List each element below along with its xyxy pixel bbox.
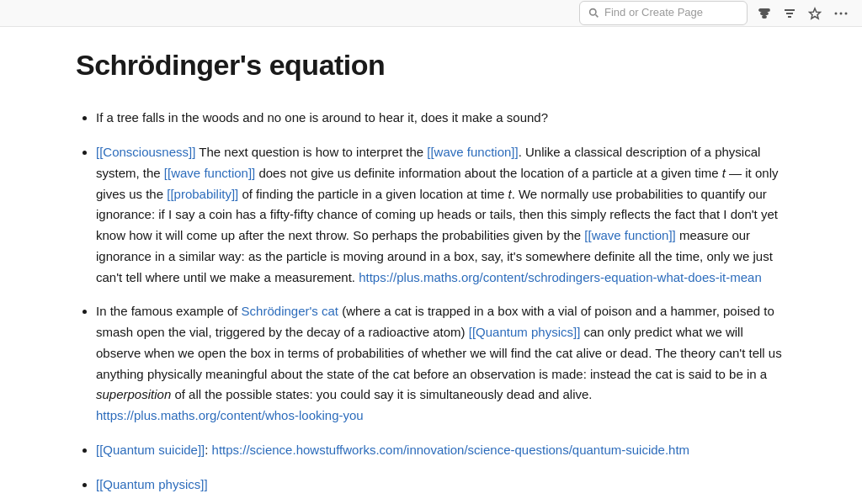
- item-text: In the famous example of: [96, 304, 242, 318]
- item-text: If a tree falls in the woods and no one …: [96, 110, 548, 125]
- ext-link-schrodingers-equation[interactable]: https://plus.maths.org/content/schroding…: [359, 270, 762, 284]
- sort-icon: [783, 7, 796, 20]
- svg-point-0: [590, 9, 596, 15]
- svg-point-7: [845, 12, 848, 14]
- content-list: If a tree falls in the woods and no one …: [76, 108, 786, 495]
- svg-rect-4: [763, 16, 766, 18]
- item-text: The next question is how to interpret th…: [195, 145, 427, 159]
- svg-point-6: [840, 12, 843, 14]
- ellipsis-icon: [833, 7, 849, 20]
- wiki-link-consciousness[interactable]: [[Consciousness]]: [96, 145, 195, 159]
- list-item: In the famous example of Schrödinger's c…: [96, 301, 786, 427]
- more-button[interactable]: [830, 5, 852, 22]
- wiki-link-wave-function-3[interactable]: [[wave function]]: [584, 228, 675, 242]
- ext-link-schrodingers-cat[interactable]: Schrödinger's cat: [242, 304, 338, 318]
- search-box[interactable]: Find or Create Page: [579, 1, 748, 25]
- ext-link-quantum-suicide[interactable]: https://science.howstuffworks.com/innova…: [212, 443, 690, 457]
- ext-link-whos-looking[interactable]: https://plus.maths.org/content/whos-look…: [96, 408, 364, 422]
- svg-rect-2: [759, 9, 769, 11]
- search-icon: [588, 8, 599, 19]
- wiki-link-probability[interactable]: [[probability]]: [167, 187, 238, 201]
- toolbar-icons: [754, 5, 852, 22]
- sort-button[interactable]: [780, 5, 800, 22]
- svg-point-5: [835, 12, 838, 14]
- star-icon: [808, 7, 822, 20]
- wiki-link-wave-function-2[interactable]: [[wave function]]: [164, 166, 255, 180]
- main-content: Schrödinger's equation If a tree falls i…: [0, 0, 862, 504]
- list-item: If a tree falls in the woods and no one …: [96, 108, 786, 129]
- wiki-link-quantum-physics-2[interactable]: [[Quantum physics]]: [96, 477, 208, 491]
- search-placeholder: Find or Create Page: [604, 4, 703, 22]
- star-button[interactable]: [805, 5, 825, 22]
- top-bar: Find or Create Page: [0, 0, 862, 27]
- list-item: [[Quantum physics]]: [96, 475, 786, 496]
- page-title: Schrödinger's equation: [76, 42, 786, 88]
- wiki-link-wave-function-1[interactable]: [[wave function]]: [427, 145, 518, 159]
- wiki-link-quantum-physics-1[interactable]: [[Quantum physics]]: [469, 325, 581, 339]
- filter-icon: [758, 7, 771, 20]
- svg-rect-3: [761, 13, 768, 14]
- item-text: :: [205, 443, 211, 457]
- filter-button[interactable]: [754, 5, 774, 22]
- wiki-link-quantum-suicide[interactable]: [[Quantum suicide]]: [96, 443, 205, 457]
- list-item: [[Quantum suicide]]: https://science.how…: [96, 440, 786, 461]
- list-item: [[Consciousness]] The next question is h…: [96, 142, 786, 288]
- svg-line-1: [596, 15, 599, 18]
